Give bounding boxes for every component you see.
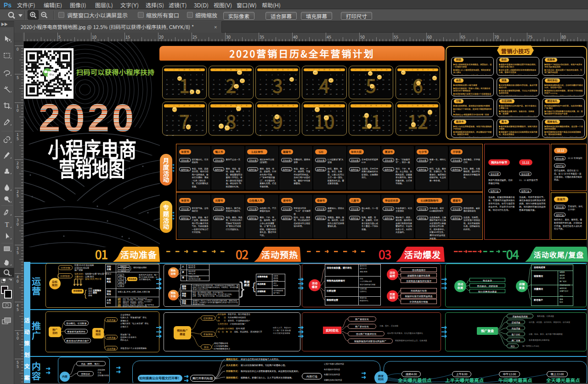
svg-text:T: T — [5, 221, 9, 228]
